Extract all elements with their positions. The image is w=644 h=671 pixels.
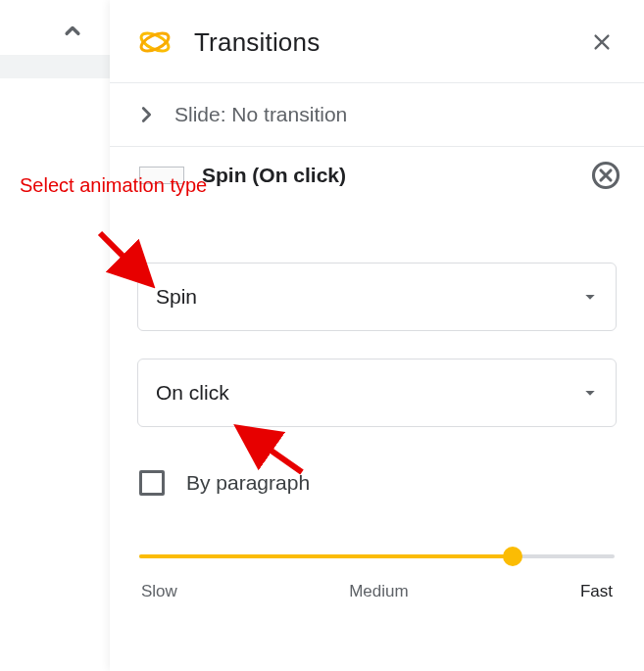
by-paragraph-label: By paragraph	[186, 471, 310, 495]
remove-animation-icon[interactable]	[591, 161, 620, 190]
slide-transition-label: Slide: No transition	[174, 103, 347, 126]
annotation-label: Select animation type	[20, 174, 207, 197]
slide-transition-section[interactable]: Slide: No transition	[110, 83, 644, 146]
thumbnail-strip	[0, 55, 110, 78]
panel-title: Transitions	[194, 27, 320, 58]
collapse-chevron-icon[interactable]	[59, 18, 86, 45]
speed-label-medium: Medium	[349, 582, 408, 601]
animation-type-select[interactable]: Spin	[137, 263, 617, 331]
transitions-panel: Transitions Slide: No transition Spin (O…	[110, 0, 644, 671]
animation-type-value: Spin	[156, 285, 197, 309]
chevron-down-icon	[582, 289, 598, 305]
speed-label-slow: Slow	[141, 582, 177, 601]
chevron-down-icon	[582, 385, 598, 401]
animation-trigger-select[interactable]: On click	[137, 359, 617, 427]
chevron-right-icon	[135, 104, 157, 125]
speed-label-fast: Fast	[580, 582, 613, 601]
animation-summary-label: Spin (On click)	[202, 164, 346, 187]
slider-fill	[139, 554, 513, 558]
animation-trigger-value: On click	[156, 381, 229, 405]
slider-thumb[interactable]	[503, 547, 522, 566]
by-paragraph-checkbox[interactable]	[139, 470, 165, 496]
transitions-icon	[137, 24, 173, 60]
close-icon[interactable]	[583, 24, 620, 61]
speed-slider[interactable]: Slow Medium Fast	[137, 554, 617, 601]
